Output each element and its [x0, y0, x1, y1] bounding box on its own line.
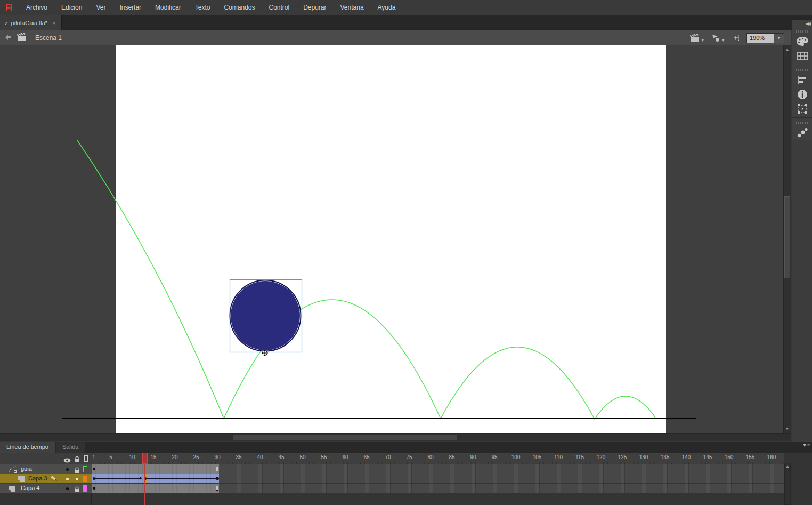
- tween-arrow-line: [95, 478, 140, 479]
- tween-arrow-head: [140, 477, 142, 480]
- app-logo-fl: Fl: [0, 3, 19, 13]
- static-frame-span[interactable]: [92, 484, 220, 493]
- document-tab-bar: z_pilotaGuia.fla* ×: [0, 15, 812, 30]
- ruler-number-125: 125: [618, 454, 627, 460]
- timeline-tab-bar: Línea de tiempo Salida ▼≡: [0, 442, 812, 453]
- frame-rows[interactable]: [92, 464, 784, 493]
- tab-close-icon[interactable]: ×: [52, 20, 55, 26]
- layer-visibility-dot[interactable]: [66, 468, 69, 471]
- menu-item-texto[interactable]: Texto: [188, 0, 217, 15]
- menu-item-comandos[interactable]: Comandos: [217, 0, 262, 15]
- chevron-down-icon: ▼: [721, 38, 725, 42]
- info-panel-icon[interactable]: [792, 87, 812, 101]
- ruler-number-75: 75: [406, 454, 412, 460]
- keyframe-dot-frame-1[interactable]: [93, 477, 95, 480]
- edit-bar-right: ▼ ▼ 190% ▼: [690, 30, 784, 45]
- menu-item-ver[interactable]: Ver: [89, 0, 112, 15]
- document-tab[interactable]: z_pilotaGuia.fla* ×: [0, 15, 62, 30]
- zoom-control: 190% ▼: [746, 33, 784, 43]
- ruler-number-30: 30: [214, 454, 220, 460]
- ruler-number-35: 35: [236, 454, 241, 460]
- layer-panel-header: [0, 453, 92, 464]
- menu-item-modificar[interactable]: Modificar: [148, 0, 188, 15]
- show-hide-all-layers-icon[interactable]: [63, 455, 71, 465]
- transform-panel-icon[interactable]: [792, 101, 812, 116]
- scroll-up-arrow[interactable]: ▲: [784, 46, 791, 53]
- back-arrow-icon[interactable]: [4, 33, 12, 43]
- layer-outline-color-swatch[interactable]: [83, 466, 87, 472]
- timeline-ruler[interactable]: 1510152025303540455055606570758085909510…: [92, 453, 784, 464]
- panel-dock: ◀◀: [792, 20, 812, 442]
- end-frame-marker[interactable]: [216, 467, 218, 471]
- static-frame-span[interactable]: [92, 464, 220, 474]
- layer-outline-color-swatch[interactable]: [83, 476, 87, 482]
- tab-linea-de-tiempo[interactable]: Línea de tiempo: [0, 442, 55, 453]
- keyframe-dot-frame-1[interactable]: [93, 468, 95, 470]
- layer-row-guia[interactable]: guia: [0, 464, 92, 474]
- ruler-number-80: 80: [427, 454, 433, 460]
- edit-symbols-button[interactable]: ▼: [711, 34, 725, 42]
- ruler-number-95: 95: [491, 454, 497, 460]
- color-panel-icon[interactable]: [792, 34, 812, 49]
- menu-item-control[interactable]: Control: [262, 0, 296, 15]
- zoom-input[interactable]: 190%: [747, 34, 774, 43]
- timeline-scroll-up-arrow[interactable]: ▲: [785, 463, 790, 470]
- center-frame-button[interactable]: [732, 34, 740, 42]
- ball-object[interactable]: [231, 281, 300, 350]
- ruler-number-50: 50: [299, 454, 305, 460]
- layer-lock-icon[interactable]: [74, 485, 80, 495]
- panel-gripper[interactable]: [796, 121, 808, 124]
- stage-vertical-scrollbar[interactable]: ▲ ▼: [783, 45, 791, 433]
- panel-gripper[interactable]: [796, 68, 808, 71]
- frames-row-capa-3[interactable]: [92, 474, 784, 484]
- timeline-panel: guiaCapa 3Capa 4 15101520253035404550556…: [0, 453, 812, 505]
- menu-bar: Fl ArchivoEdiciónVerInsertarModificarTex…: [0, 0, 812, 15]
- vertical-scroll-thumb[interactable]: [784, 196, 790, 278]
- swatches-panel-icon[interactable]: [792, 49, 812, 63]
- layer-visibility-dot[interactable]: [66, 478, 69, 480]
- lock-all-layers-icon[interactable]: [74, 455, 80, 465]
- ruler-number-5: 5: [109, 454, 112, 460]
- menu-items: ArchivoEdiciónVerInsertarModificarTextoC…: [19, 0, 402, 15]
- align-panel-icon[interactable]: [792, 73, 812, 87]
- layer-visibility-dot[interactable]: [66, 487, 69, 490]
- playhead-line[interactable]: [144, 464, 145, 505]
- playhead-marker[interactable]: [142, 453, 148, 464]
- menu-item-ventana[interactable]: Ventana: [334, 0, 371, 15]
- motion-presets-panel-icon[interactable]: [792, 125, 812, 140]
- menu-item-insertar[interactable]: Insertar: [112, 0, 148, 15]
- keyframe-dot-frame-30[interactable]: [216, 477, 219, 480]
- end-frame-marker[interactable]: [216, 486, 218, 491]
- tab-salida[interactable]: Salida: [56, 442, 85, 453]
- panel-gripper[interactable]: [796, 29, 808, 33]
- layer-outline-color-swatch[interactable]: [83, 485, 87, 492]
- document-tab-title: z_pilotaGuia.fla*: [5, 20, 47, 26]
- layer-row-capa-3[interactable]: Capa 3: [0, 474, 92, 484]
- menu-item-ayuda[interactable]: Ayuda: [371, 0, 403, 15]
- timeline-vertical-scrollbar[interactable]: ▲: [784, 463, 791, 505]
- menu-item-archivo[interactable]: Archivo: [19, 0, 54, 15]
- ruler-number-105: 105: [533, 454, 542, 460]
- horizontal-scroll-thumb[interactable]: [233, 435, 457, 440]
- ruler-number-130: 130: [639, 454, 648, 460]
- ruler-number-100: 100: [511, 454, 521, 460]
- layer-row-capa-4[interactable]: Capa 4: [0, 484, 92, 493]
- zoom-dropdown-button[interactable]: ▼: [774, 34, 784, 43]
- layer-icon: [9, 485, 16, 494]
- frames-row-capa-4[interactable]: [92, 484, 784, 493]
- menu-item-edicion[interactable]: Edición: [54, 0, 89, 15]
- panel-menu-icon[interactable]: ▼≡: [802, 443, 810, 448]
- show-layers-as-outlines-icon[interactable]: [84, 455, 88, 462]
- keyframe-dot-frame-1[interactable]: [93, 487, 95, 490]
- edit-scene-button[interactable]: ▼: [690, 34, 704, 42]
- tween-arrow-line: [147, 478, 216, 479]
- stage-canvas: [0, 45, 791, 433]
- edit-bar: Escena 1 ▼ ▼: [0, 30, 791, 45]
- flash-window: Fl ArchivoEdiciónVerInsertarModificarTex…: [0, 0, 812, 505]
- stage-horizontal-scrollbar[interactable]: [0, 433, 791, 441]
- frames-row-guia[interactable]: [92, 464, 784, 474]
- scroll-down-arrow[interactable]: ▼: [784, 426, 791, 432]
- layer-unlocked-dot[interactable]: [76, 478, 78, 480]
- menu-item-depurar[interactable]: Depurar: [296, 0, 333, 15]
- collapse-panels-button[interactable]: ◀◀: [792, 20, 812, 28]
